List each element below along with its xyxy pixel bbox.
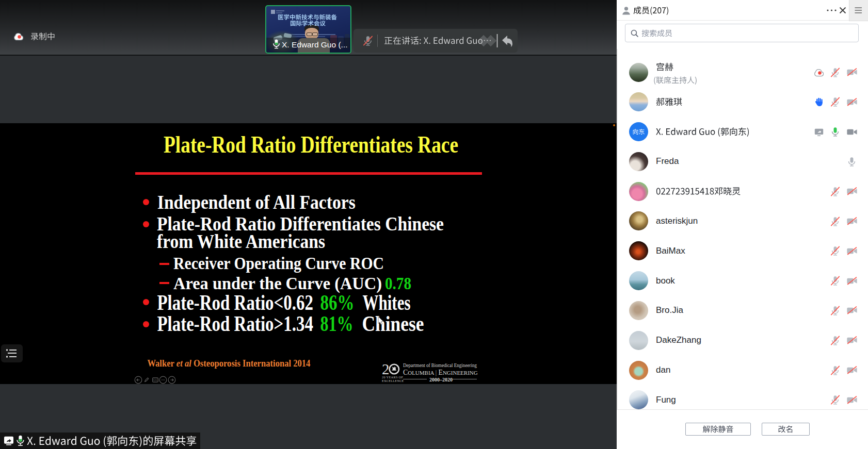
svg-text:COLUMBIA | ENGINEERING: COLUMBIA | ENGINEERING xyxy=(403,369,478,376)
svg-text:2000–2020: 2000–2020 xyxy=(429,377,453,383)
svg-text:EXCELLENCE: EXCELLENCE xyxy=(382,379,404,383)
svg-text:20 YEARS OF: 20 YEARS OF xyxy=(382,375,403,379)
svg-text:Department of Biomedical Engin: Department of Biomedical Engineering xyxy=(403,362,477,368)
